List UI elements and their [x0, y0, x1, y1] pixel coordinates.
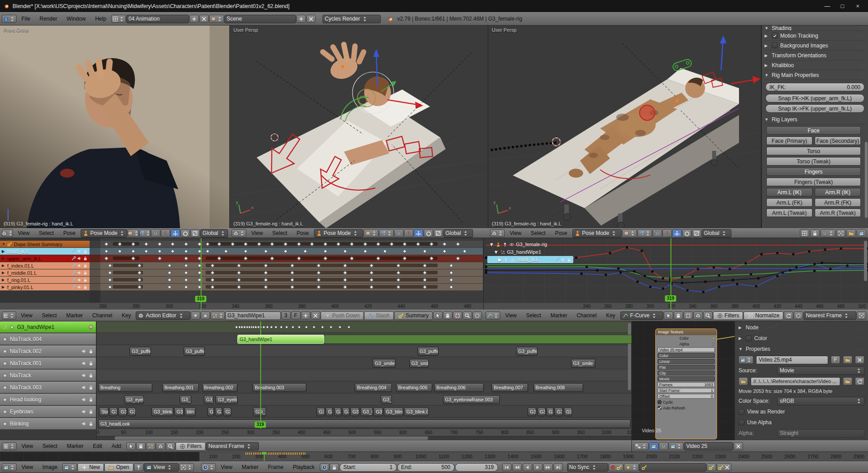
editor-type-dopesheet-button[interactable]: [2, 311, 16, 320]
keyframe[interactable]: [157, 249, 162, 254]
nla-strip-g3_bl[interactable]: G3_bl: [215, 407, 222, 416]
unlink-action-button[interactable]: [311, 311, 320, 320]
ghost-button[interactable]: [136, 442, 146, 450]
action-keyframe[interactable]: [347, 325, 350, 329]
current-frame-field[interactable]: 319: [455, 463, 498, 472]
dope-channel-f_index-01-l[interactable]: ▶f_index.01.L: [0, 262, 90, 269]
screen-layout-select[interactable]: 04 Animation: [126, 15, 189, 23]
nla-track-eyebrows[interactable]: Eyebrows: [0, 406, 96, 418]
fake-user-button[interactable]: F: [291, 311, 301, 320]
viewport-video-reference[interactable]: z Front Ortho (319) G3_female-rig : hand…: [0, 26, 230, 228]
orientation-select[interactable]: Global: [200, 229, 228, 238]
end-frame-field[interactable]: End:500: [397, 463, 455, 472]
pivot-center-button[interactable]: [139, 229, 150, 237]
add-scene-button[interactable]: [296, 15, 306, 23]
dope-ruler[interactable]: 260280300320340360380400420440460480: [0, 303, 483, 310]
snap-fk-ik-button[interactable]: Snap FK->IK (upper_arm_fk.L): [765, 94, 864, 102]
keyframe[interactable]: [107, 264, 112, 268]
keying-set-button[interactable]: [624, 463, 639, 471]
action-keyframe[interactable]: [305, 325, 308, 329]
nla-strip-breathing-006[interactable]: Breathing.006: [434, 383, 484, 392]
panel-rig-layers[interactable]: ▼Rig Layers::::: [765, 115, 865, 124]
scale-manipulator-button[interactable]: [434, 229, 443, 237]
graph-channel-g3_female-rig[interactable]: ▼G3_female-rig: [487, 241, 573, 248]
nla-track-nlatrack-004[interactable]: NlaTrack.004: [0, 333, 96, 345]
ghost-button[interactable]: [674, 311, 683, 320]
render-opengl-button[interactable]: [836, 229, 846, 237]
menu-add[interactable]: Add: [107, 443, 125, 449]
open-image-button[interactable]: Open: [104, 463, 133, 472]
unlink-button[interactable]: [734, 442, 743, 450]
panel-color[interactable]: ▶Color::::: [739, 333, 864, 344]
node-offset-field[interactable]: Offset: 0: [657, 394, 715, 399]
rig-layer-fingers[interactable]: Fingers: [766, 167, 861, 176]
source-dropdown[interactable]: Movie: [777, 366, 864, 375]
graph-scrollbar[interactable]: [864, 241, 867, 281]
screen-layout-icon-button[interactable]: [111, 15, 126, 23]
viewport-shading-button[interactable]: [622, 229, 637, 237]
nla-strip-g3_b[interactable]: G3_b: [118, 407, 126, 416]
keyframe[interactable]: [462, 249, 467, 254]
nla-track-nlatrack[interactable]: NlaTrack: [0, 370, 96, 381]
scale-manipulator-button[interactable]: [692, 229, 701, 237]
colorspace-dropdown[interactable]: sRGB: [777, 397, 864, 405]
alpha-output-socket[interactable]: [712, 343, 715, 345]
nla-strip-g3_eyebrow[interactable]: G3_eyebrow: [124, 395, 144, 404]
nla-track-g3_handwipe1[interactable]: G3_handWipe1: [0, 321, 96, 333]
panel-transform-orientations[interactable]: ▶Transform Orientations::::: [765, 51, 865, 60]
panel-checkbox[interactable]: [772, 43, 778, 48]
delete-scene-button[interactable]: [306, 15, 316, 23]
nla-strip-g3_bli[interactable]: G3_bli: [109, 407, 117, 416]
copy-pose-button[interactable]: [847, 229, 856, 237]
editor-type-node-button[interactable]: [634, 442, 649, 450]
nla-ruler[interactable]: 0501001502002503003504004505005506006507…: [97, 429, 632, 436]
snap-ik-fk-button[interactable]: Snap IK->FK (upper_arm_fk.L): [765, 104, 864, 113]
rig-layer-arm-r--fk-[interactable]: Arm.R (FK): [815, 198, 861, 207]
new-action-button[interactable]: [301, 311, 310, 320]
menu-channel[interactable]: Channel: [572, 312, 601, 319]
nla-strip-g3_eyebrowraise-003[interactable]: G3_eyebrowRaise.003: [443, 395, 500, 404]
scene-select[interactable]: Scene: [224, 15, 296, 23]
menu-select[interactable]: Select: [526, 230, 550, 236]
action-keyframe[interactable]: [279, 325, 283, 329]
nla-strip-g3_bl[interactable]: G3_bl: [528, 407, 536, 416]
keyframe[interactable]: [449, 285, 454, 290]
pin-button[interactable]: [134, 463, 143, 471]
keyframe[interactable]: [363, 249, 367, 254]
nla-strip-g3_b[interactable]: G3_b: [564, 407, 572, 416]
node-editor[interactable]: Image Texture Color Alpha Video 25.mp4 C…: [632, 321, 868, 452]
nla-track-nlatrack-002[interactable]: NlaTrack.002: [0, 345, 96, 357]
keyframe[interactable]: [449, 271, 454, 275]
editor-type-info-button[interactable]: [2, 15, 17, 23]
panel-properties[interactable]: ▼Properties::::: [739, 344, 864, 354]
action-keyframe[interactable]: [291, 325, 294, 329]
menu-view[interactable]: View: [17, 464, 38, 470]
push-down-button[interactable]: Push Down: [321, 311, 364, 320]
panel-background-images[interactable]: ▶Background Images::::: [765, 41, 865, 51]
menu-image[interactable]: Image: [38, 464, 62, 470]
keyframe[interactable]: [144, 242, 149, 247]
preview-range-button[interactable]: [320, 463, 329, 471]
proportional-edit-button[interactable]: [453, 311, 462, 320]
panel-shading[interactable]: ▼Shading::::: [765, 26, 865, 31]
rotate-manipulator-button[interactable]: [682, 229, 692, 237]
stash-button[interactable]: Stash: [364, 311, 394, 320]
nla-strip-g3_headlook[interactable]: G3_headLook: [98, 419, 631, 428]
manipulator-toggle-button[interactable]: [151, 229, 160, 237]
rig-layer-face--primary-[interactable]: Face (Primary): [766, 136, 812, 145]
node-color-dropdown[interactable]: Color: [657, 353, 715, 358]
node-extension-dropdown[interactable]: Clip: [657, 371, 715, 375]
menu-channel[interactable]: Channel: [88, 312, 117, 319]
nla-strip-g3_blink-016[interactable]: G3_blink.016: [404, 407, 428, 416]
nla-strip-g3_blin[interactable]: G3_blin: [374, 407, 382, 416]
nla-strip-g3_puffedche[interactable]: G3_puffedChe: [516, 347, 537, 356]
rig-layer-arm-l--ik-[interactable]: Arm.L (IK): [766, 188, 812, 196]
action-keyframe[interactable]: [297, 325, 301, 329]
image-editor-canvas[interactable]: [0, 452, 199, 461]
keyframe[interactable]: [383, 249, 387, 254]
prev-keyframe-button[interactable]: [512, 463, 522, 471]
scale-manipulator-button[interactable]: [190, 229, 200, 237]
menu-marker[interactable]: Marker: [62, 443, 88, 449]
action-keyframe[interactable]: [312, 325, 316, 329]
dope-channel-f_pinky-01-l[interactable]: ▶f_pinky.01.L: [0, 284, 90, 290]
